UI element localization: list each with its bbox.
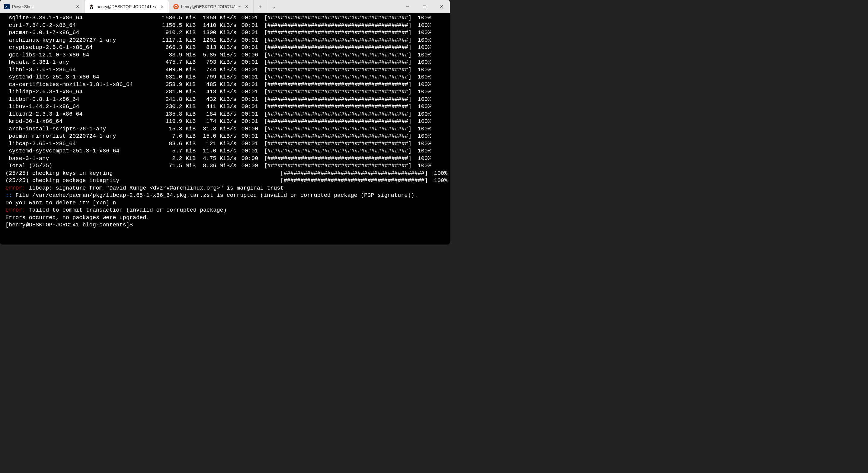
progress-percent: 100% — [428, 177, 447, 185]
check-row: (25/25) checking keys in keyring[#######… — [5, 170, 447, 178]
download-size: 33.9 MiB — [135, 52, 196, 59]
titlebar-drag-area[interactable] — [280, 0, 399, 13]
package-name: curl-7.84.0-2-x86_64 — [5, 22, 135, 30]
download-row: base-3-1-any2.2 KiB4.75 KiB/s00:00[#####… — [5, 155, 447, 163]
terminal-output[interactable]: sqlite-3.39.1-1-x86_641586.5 KiB1959 KiB… — [0, 13, 450, 245]
shell-prompt: [henry@DESKTOP-JORC141 blog-contents]$ — [5, 222, 447, 229]
package-name: archlinux-keyring-20220727-1-any — [5, 37, 135, 44]
progress-bar: [#######################################… — [260, 74, 411, 81]
svg-point-2 — [91, 7, 92, 9]
error-line: error: failed to commit transaction (inv… — [5, 207, 447, 214]
progress-bar: [#######################################… — [260, 111, 411, 118]
progress-bar: [#######################################… — [260, 59, 411, 66]
progress-percent: 100% — [411, 22, 431, 30]
package-name: hwdata-0.361-1-any — [5, 59, 135, 66]
tab-label: henry@DESKTOP-JORC141:~/ — [97, 4, 157, 9]
download-time: 00:01 — [237, 140, 258, 148]
download-size: 409.0 KiB — [135, 66, 196, 74]
package-name: Total (25/25) — [5, 162, 135, 170]
minimize-icon — [406, 5, 409, 8]
tab-powershell[interactable]: >_ PowerShell ✕ — [0, 0, 85, 13]
package-name: systemd-sysvcompat-251.3-1-x86_64 — [5, 148, 135, 155]
progress-percent: 100% — [411, 133, 431, 140]
tab-strip: >_ PowerShell ✕ henry@DESKTOP-JORC141:~/… — [0, 0, 254, 13]
download-speed: 793 KiB/s — [196, 59, 237, 66]
progress-percent: 100% — [428, 170, 447, 178]
download-time: 00:01 — [237, 29, 258, 37]
powershell-icon: >_ — [4, 4, 10, 9]
package-name: cryptsetup-2.5.0-1-x86_64 — [5, 44, 135, 52]
download-time: 00:01 — [237, 89, 258, 96]
download-time: 00:01 — [237, 74, 258, 81]
maximize-button[interactable] — [416, 0, 433, 13]
download-row: libuv-1.44.2-1-x86_64230.2 KiB411 KiB/s0… — [5, 103, 447, 111]
new-tab-button[interactable]: ＋ — [254, 0, 267, 13]
tab-actions: ＋ ⌄ — [254, 0, 280, 13]
progress-bar: [#######################################… — [260, 14, 411, 22]
progress-percent: 100% — [411, 59, 431, 66]
progress-bar: [#######################################… — [260, 126, 411, 133]
download-row: archlinux-keyring-20220727-1-any1117.1 K… — [5, 37, 447, 44]
minimize-button[interactable] — [399, 0, 416, 13]
download-row: systemd-libs-251.3-1-x86_64631.0 KiB799 … — [5, 74, 447, 81]
download-size: 7.6 KiB — [135, 133, 196, 140]
download-speed: 1201 KiB/s — [196, 37, 237, 44]
download-speed: 31.8 KiB/s — [196, 126, 237, 133]
close-icon[interactable]: ✕ — [244, 4, 249, 9]
download-time: 00:01 — [237, 118, 258, 126]
download-speed: 121 KiB/s — [196, 140, 237, 148]
download-time: 00:00 — [237, 155, 258, 163]
download-row: libcap-2.65-1-x86_6483.6 KiB121 KiB/s00:… — [5, 140, 447, 148]
download-time: 00:09 — [237, 162, 258, 170]
tab-arch[interactable]: henry@DESKTOP-JORC141:~/ ✕ — [85, 0, 169, 13]
progress-bar: [#######################################… — [260, 29, 411, 37]
progress-percent: 100% — [411, 140, 431, 148]
download-time: 00:01 — [237, 133, 258, 140]
download-speed: 184 KiB/s — [196, 111, 237, 118]
close-icon[interactable]: ✕ — [75, 4, 80, 9]
progress-bar: [#######################################… — [260, 133, 411, 140]
download-time: 00:01 — [237, 44, 258, 52]
error-line: error: libcap: signature from "David Run… — [5, 185, 447, 192]
download-speed: 799 KiB/s — [196, 74, 237, 81]
error-prefix: error: — [5, 185, 26, 191]
download-size: 631.0 KiB — [135, 74, 196, 81]
download-size: 1156.5 KiB — [135, 22, 196, 30]
download-time: 00:01 — [237, 96, 258, 103]
close-icon[interactable]: ✕ — [160, 4, 164, 9]
download-size: 281.0 KiB — [135, 89, 196, 96]
download-size: 358.9 KiB — [135, 81, 196, 89]
download-speed: 4.75 KiB/s — [196, 155, 237, 163]
progress-bar: [#######################################… — [260, 81, 411, 89]
download-speed: 1300 KiB/s — [196, 29, 237, 37]
progress-percent: 100% — [411, 126, 431, 133]
progress-percent: 100% — [411, 103, 431, 111]
check-row: (25/25) checking package integrity[#####… — [5, 177, 447, 185]
summary-line: Errors occurred, no packages were upgrad… — [5, 214, 447, 222]
download-row: arch-install-scripts-26-1-any15.3 KiB31.… — [5, 126, 447, 133]
progress-percent: 100% — [411, 162, 431, 170]
info-prefix: :: — [5, 192, 12, 199]
package-name: sqlite-3.39.1-1-x86_64 — [5, 14, 135, 22]
progress-percent: 100% — [411, 37, 431, 44]
download-row: kmod-30-1-x86_64119.9 KiB174 KiB/s00:01[… — [5, 118, 447, 126]
error-prefix: error: — [5, 207, 26, 213]
package-name: libnl-3.7.0-1-x86_64 — [5, 66, 135, 74]
tab-ubuntu[interactable]: henry@DESKTOP-JORC141: ~ ✕ — [169, 0, 254, 13]
progress-percent: 100% — [411, 14, 431, 22]
progress-bar: [#######################################… — [260, 148, 411, 155]
download-speed: 11.0 KiB/s — [196, 148, 237, 155]
tab-dropdown-button[interactable]: ⌄ — [267, 0, 280, 13]
download-time: 00:01 — [237, 59, 258, 66]
close-window-button[interactable] — [433, 0, 450, 13]
download-speed: 1959 KiB/s — [196, 14, 237, 22]
download-size: 241.8 KiB — [135, 96, 196, 103]
tab-label: henry@DESKTOP-JORC141: ~ — [181, 4, 242, 9]
download-time: 00:01 — [237, 22, 258, 30]
download-time: 00:01 — [237, 66, 258, 74]
package-name: libbpf-0.8.1-1-x86_64 — [5, 96, 135, 103]
package-name: gcc-libs-12.1.0-3-x86_64 — [5, 52, 135, 59]
package-name: base-3-1-any — [5, 155, 135, 163]
progress-percent: 100% — [411, 118, 431, 126]
package-name: arch-install-scripts-26-1-any — [5, 126, 135, 133]
